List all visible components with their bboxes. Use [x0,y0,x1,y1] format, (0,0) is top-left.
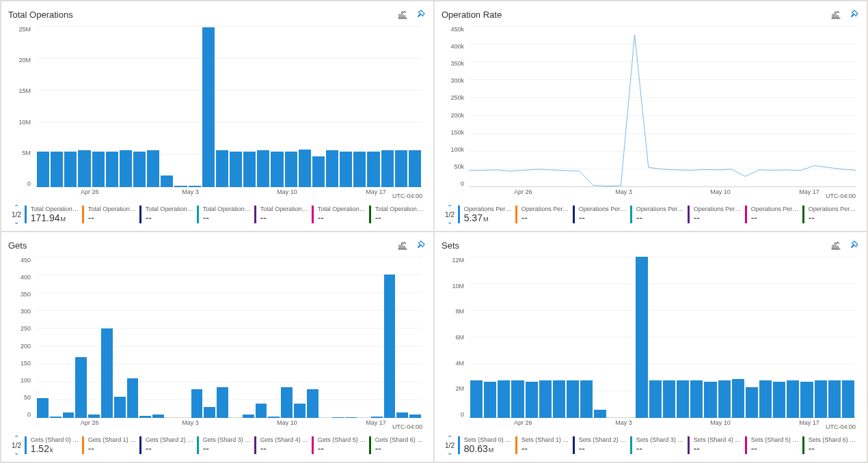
bar[interactable] [367,152,379,187]
legend-item[interactable]: Operations Per Secon...-- [515,206,573,223]
pin-icon[interactable] [847,8,860,20]
legend-item[interactable]: Total Operations (Sh...171.94M [25,206,82,223]
legend-item[interactable]: Total Operations (Sh...-- [197,206,254,223]
chevron-down-icon[interactable]: ⌄ [447,449,452,456]
bar[interactable] [567,380,579,418]
legend-pager[interactable]: ⌃ 1/2 ⌄ [442,435,458,456]
bar[interactable] [101,328,113,418]
bar[interactable] [409,415,421,418]
bar[interactable] [773,382,785,418]
bar[interactable] [307,389,318,418]
bar[interactable] [649,380,662,418]
bar[interactable] [511,380,524,418]
metrics-icon[interactable] [830,239,842,251]
bar[interactable] [64,152,77,187]
bar[interactable] [133,152,146,187]
legend-item[interactable]: Total Operations (Sh...-- [82,206,139,223]
legend-item[interactable]: Total Operations (Sh...-- [369,206,426,223]
legend-item[interactable]: Gets (Shard 5) (Sum)-- [312,436,369,454]
legend-item[interactable]: Operations Per Secon...5.37M [458,206,515,223]
chart-operation-rate[interactable]: 450k400k350k300k250k200k150k100k50k0 UTC… [443,26,858,199]
legend-item[interactable]: Sets (Shard 2) (Sum)-- [573,436,630,454]
bar[interactable] [271,152,283,187]
bar[interactable] [202,27,215,187]
bar[interactable] [257,150,269,187]
legend-item[interactable]: Sets (Shard 6) (Sum)-- [802,436,860,454]
bar[interactable] [409,150,421,187]
bar[interactable] [381,150,394,187]
legend-item[interactable]: Operations Per Secon...-- [802,206,860,223]
legend-item[interactable]: Total Operations (Sh...-- [312,206,369,223]
legend-item[interactable]: Operations Per Secon...-- [688,206,745,223]
bar[interactable] [216,150,228,187]
bar[interactable] [718,380,731,418]
bar[interactable] [285,152,297,187]
legend-item[interactable]: Sets (Shard 1) (Sum)-- [515,436,573,454]
legend-item[interactable]: Gets (Shard 6) (Sum)-- [369,436,426,454]
bar[interactable] [345,417,357,418]
legend-item[interactable]: Gets (Shard 1) (Sum)-- [82,436,139,454]
bar[interactable] [294,404,306,418]
bar[interactable] [75,357,87,418]
line-series[interactable] [469,35,856,186]
pin-icon[interactable] [414,239,426,251]
bar[interactable] [553,380,565,418]
bar[interactable] [800,382,813,418]
bar[interactable] [299,150,311,187]
bar[interactable] [498,380,510,418]
bar[interactable] [230,152,242,187]
legend-item[interactable]: Sets (Shard 5) (Sum)-- [745,436,802,454]
bar[interactable] [161,176,173,187]
bar[interactable] [51,152,63,187]
bar[interactable] [191,389,203,418]
chevron-up-icon[interactable]: ⌃ [447,435,452,442]
legend-pager[interactable]: ⌃ 1/2 ⌄ [442,204,458,225]
legend-item[interactable]: Operations Per Secon...-- [630,206,688,223]
bar[interactable] [353,152,366,187]
bar[interactable] [470,380,483,418]
bar[interactable] [842,380,854,418]
bar[interactable] [268,417,280,418]
bar[interactable] [189,186,201,187]
legend-pager[interactable]: ⌃ 1/2 ⌄ [8,435,25,456]
bar[interactable] [326,150,338,187]
bar[interactable] [50,417,62,418]
bar[interactable] [92,152,105,187]
bar[interactable] [580,380,593,418]
legend-item[interactable]: Gets (Shard 0) (Sum)1.52k [25,436,82,454]
pin-icon[interactable] [414,8,426,20]
legend-item[interactable]: Operations Per Secon...-- [573,206,630,223]
bar[interactable] [174,186,187,187]
bar[interactable] [152,415,164,418]
bar[interactable] [787,380,799,418]
metrics-icon[interactable] [396,8,409,20]
bar[interactable] [139,416,151,418]
legend-item[interactable]: Sets (Shard 4) (Sum)-- [688,436,745,454]
bar[interactable] [332,417,344,418]
bar[interactable] [37,152,49,187]
chevron-down-icon[interactable]: ⌄ [447,219,452,225]
legend-item[interactable]: Gets (Shard 2) (Sum)-- [139,436,197,454]
metrics-icon[interactable] [396,239,409,251]
chevron-up-icon[interactable]: ⌃ [14,435,19,442]
bar[interactable] [78,150,90,187]
bar[interactable] [677,380,689,418]
bar[interactable] [127,378,139,418]
bar[interactable] [243,415,254,418]
bar[interactable] [663,380,675,418]
bar[interactable] [312,156,325,187]
bar[interactable] [88,415,100,418]
legend-item[interactable]: Gets (Shard 4) (Sum)-- [254,436,312,454]
bar[interactable] [217,387,228,418]
bar[interactable] [815,380,827,418]
legend-item[interactable]: Total Operations (Sh...-- [254,206,312,223]
legend-item[interactable]: Sets (Shard 0) (Sum)80.63M [458,436,515,454]
bar[interactable] [114,397,126,418]
bar[interactable] [204,407,215,418]
bar[interactable] [63,412,74,418]
bar[interactable] [594,410,606,418]
legend-pager[interactable]: ⌃ 1/2 ⌄ [8,204,25,225]
bar[interactable] [828,380,841,418]
bar[interactable] [759,380,772,418]
bar[interactable] [147,150,159,187]
